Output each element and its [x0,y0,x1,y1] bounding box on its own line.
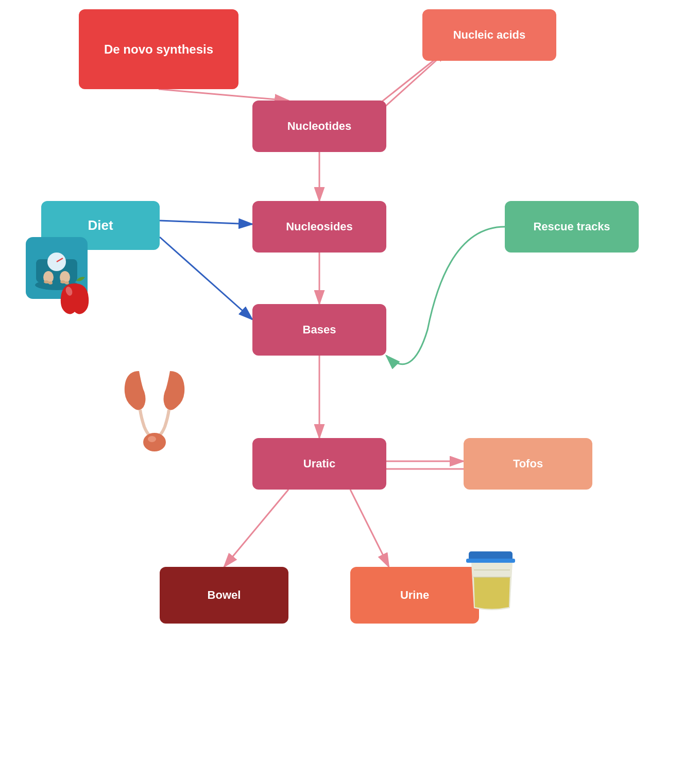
urine-cup-icon [464,551,520,613]
rescue-tracks-box: Rescue tracks [505,201,639,253]
bowel-box: Bowel [160,567,288,624]
urine-box: Urine [350,567,479,624]
svg-rect-30 [466,559,515,563]
apple-icon [52,273,98,320]
diagram-container: De novo synthesis Nucleic acids Nucleoti… [0,0,700,773]
tofos-box: Tofos [464,438,592,490]
svg-line-4 [159,89,288,100]
nucleotides-box: Nucleotides [252,100,386,152]
bases-box: Bases [252,304,386,356]
kidney-svg [118,350,206,453]
apple-svg [52,273,98,320]
uratic-box: Uratic [252,438,386,490]
svg-line-15 [350,490,389,567]
svg-line-11 [160,237,252,320]
de-novo-box: De novo synthesis [79,9,238,89]
svg-point-22 [44,280,49,283]
kidney-icon [118,350,206,453]
svg-point-28 [148,436,156,442]
svg-line-14 [224,490,288,567]
nucleic-acids-box: Nucleic acids [422,9,556,61]
urine-cup-svg [464,551,520,613]
svg-line-10 [160,221,252,224]
nucleosides-box: Nucleosides [252,201,386,253]
svg-point-27 [143,433,166,451]
